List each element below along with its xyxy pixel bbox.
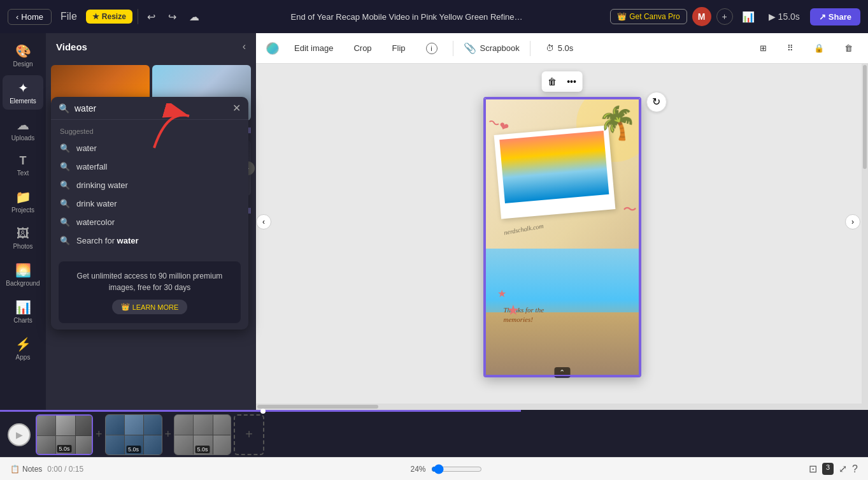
- search-icon: 🔍: [59, 103, 69, 113]
- add-button[interactable]: +: [716, 8, 733, 25]
- dots-button[interactable]: ⠿: [782, 41, 799, 55]
- playhead-dot: [260, 409, 266, 414]
- timeline-clips: 5.0s + 5.0s +: [36, 414, 860, 455]
- timeline-clip-2[interactable]: 5.0s: [105, 414, 162, 455]
- share-icon: ↗: [819, 12, 826, 22]
- crown-icon: 👑: [121, 303, 130, 311]
- sidebar-item-photos[interactable]: 🖼 Photos: [3, 221, 43, 255]
- clip-duration: 5.0s: [126, 446, 141, 453]
- timeline-clip-3[interactable]: 5.0s: [174, 414, 231, 455]
- panel-collapse-button[interactable]: ‹: [243, 41, 246, 52]
- zoom-label: 24%: [411, 465, 426, 474]
- suggestion-water[interactable]: 🔍 water: [51, 139, 248, 157]
- home-button[interactable]: ‹ Home: [8, 9, 52, 25]
- sidebar-item-elements[interactable]: ✦ Elements: [3, 75, 43, 110]
- topbar-left: ‹ Home File ★ Resize ↩ ↪ ☁: [8, 8, 203, 25]
- star-decoration: ★: [497, 287, 506, 300]
- clip-cell: [37, 436, 55, 455]
- color-swatch[interactable]: [266, 42, 279, 55]
- float-more-button[interactable]: •••: [563, 74, 580, 89]
- search-box: 🔍 ✕: [51, 97, 248, 120]
- elements-icon: ✦: [18, 80, 29, 96]
- horizontal-scrollbar[interactable]: [256, 404, 862, 410]
- search-input[interactable]: [75, 103, 232, 113]
- polaroid-image: [499, 131, 609, 203]
- sidebar-item-uploads[interactable]: ☁ Uploads: [3, 112, 43, 147]
- refresh-button[interactable]: ↻: [646, 92, 667, 112]
- add-clip-button[interactable]: +: [234, 414, 264, 455]
- undo-button[interactable]: ↩: [143, 8, 159, 25]
- suggestion-drink-water[interactable]: 🔍 drink water: [51, 194, 248, 213]
- share-button[interactable]: ↗ Share: [810, 8, 860, 25]
- panel-title: Videos: [56, 41, 87, 52]
- vertical-scrollbar[interactable]: [862, 64, 868, 410]
- float-delete-button[interactable]: 🗑: [544, 74, 560, 89]
- info-button[interactable]: i: [421, 40, 443, 57]
- clip-cell: [76, 416, 93, 436]
- edit-image-button[interactable]: Edit image: [289, 41, 338, 55]
- status-bar: 📋 Notes 0:00 / 0:15 24% ⊡ 3 ⤢ ?: [0, 457, 868, 480]
- redo-button[interactable]: ↪: [164, 8, 180, 25]
- search-clear-button[interactable]: ✕: [232, 102, 241, 114]
- grid-button[interactable]: ⊞: [755, 41, 772, 55]
- clip-cell: [194, 415, 212, 435]
- grid-icon: ⊞: [760, 43, 767, 53]
- suggestion-waterfall[interactable]: 🔍 waterfall: [51, 157, 248, 176]
- cloud-save-button[interactable]: ☁: [185, 8, 203, 25]
- sidebar-item-projects[interactable]: 📁 Projects: [3, 184, 43, 219]
- learn-more-button[interactable]: 👑 LEARN MORE: [112, 300, 188, 314]
- file-button[interactable]: File: [57, 8, 81, 25]
- more-icon: •••: [567, 76, 576, 87]
- search-suggestions: Suggested 🔍 water 🔍 waterfall 🔍 drinking…: [51, 120, 248, 255]
- resize-button[interactable]: ★ Resize: [86, 10, 132, 24]
- flip-button[interactable]: Flip: [387, 41, 411, 55]
- timer-button[interactable]: ⏱ 5.0s: [541, 41, 579, 55]
- help-button[interactable]: ?: [852, 463, 858, 475]
- trash-icon: 🗑: [844, 43, 853, 53]
- sidebar-item-apps[interactable]: ⚡ Apps: [3, 331, 43, 366]
- panel-header: Videos ‹: [46, 33, 256, 60]
- next-page-area: ›: [845, 214, 860, 229]
- toolbar-separator: [530, 41, 530, 56]
- play-button-top[interactable]: ▶ 15.0s: [764, 9, 805, 24]
- clip-duration: 5.0s: [196, 446, 210, 453]
- page-label: ⌃: [554, 367, 570, 378]
- uploads-icon: ☁: [17, 117, 29, 133]
- apps-icon: ⚡: [15, 337, 31, 352]
- prev-page-button[interactable]: ‹: [256, 214, 271, 229]
- play-pause-button[interactable]: ▶: [8, 423, 31, 446]
- design-frame[interactable]: 🌴 〜❤ 〜 ★ ★: [483, 97, 641, 377]
- zoom-slider[interactable]: [431, 464, 482, 474]
- suggestion-drinking-water[interactable]: 🔍 drinking water: [51, 176, 248, 194]
- timeline-clip-1[interactable]: 5.0s: [36, 414, 93, 455]
- clip-cell: [56, 416, 75, 436]
- canvas-viewport[interactable]: 🗑 ••• 🌴: [256, 64, 868, 410]
- delete-button[interactable]: 🗑: [839, 41, 858, 55]
- fit-view-button[interactable]: ⊡: [809, 463, 817, 475]
- clip-cell: [213, 435, 231, 455]
- crop-button[interactable]: Crop: [348, 41, 376, 55]
- search-icon: 🔍: [60, 143, 70, 153]
- sidebar-item-text[interactable]: T Text: [3, 149, 43, 182]
- fullscreen-button[interactable]: ⤢: [839, 463, 847, 475]
- next-page-button[interactable]: ›: [845, 214, 860, 229]
- notes-button[interactable]: 📋 Notes: [10, 465, 42, 474]
- sidebar-item-design[interactable]: 🎨 Design: [3, 38, 43, 73]
- design-icon: 🎨: [15, 43, 31, 59]
- suggestion-text: watercolor: [76, 217, 115, 227]
- lock-button[interactable]: 🔒: [809, 41, 829, 55]
- avatar[interactable]: M: [692, 7, 711, 26]
- suggestion-watercolor[interactable]: 🔍 watercolor: [51, 213, 248, 231]
- clip-cell: [174, 415, 193, 435]
- get-canva-pro-button[interactable]: 👑 Get Canva Pro: [610, 9, 687, 24]
- lock-icon: 🔒: [814, 43, 824, 53]
- analytics-button[interactable]: 📊: [738, 8, 758, 25]
- sidebar-item-charts[interactable]: 📊 Charts: [3, 295, 43, 329]
- search-dropdown: 🔍 ✕ Suggested 🔍 water 🔍 waterfall 🔍 drin…: [51, 97, 248, 330]
- clip-cell: [125, 415, 143, 435]
- suggestion-search-for-water[interactable]: 🔍 Search for water: [51, 231, 248, 250]
- scrapbook-button[interactable]: 📎 Scrapbook: [464, 42, 520, 54]
- toolbar-separator: [453, 41, 453, 56]
- suggestion-text: water: [76, 143, 97, 153]
- sidebar-item-background[interactable]: 🌅 Background: [3, 258, 43, 292]
